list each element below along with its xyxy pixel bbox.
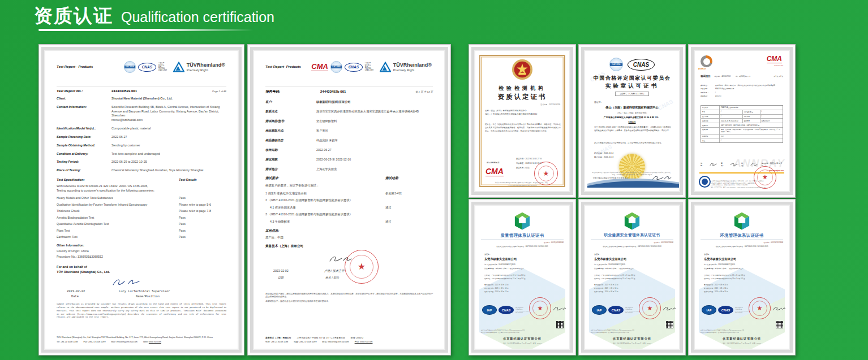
- issuer-name: 北京新纪源认证有限公司: [475, 337, 569, 341]
- company-name: 东莞市硕泰实业有限公司: [484, 257, 517, 261]
- field-row: Testing Period:2022-06-29 to 2022-10-25: [57, 160, 226, 164]
- test-row: Thickness CheckPlease refer to page 7-8: [57, 209, 226, 212]
- test-row: Heavy Metals and Other Toxic SubstancesP…: [57, 196, 226, 199]
- field-row: Client:Shuotai New Material (Shenzhen) C…: [57, 97, 226, 101]
- section-header: 资质认证 Qualification certification: [34, 3, 274, 29]
- mark-label: 许可使用标志: [487, 161, 500, 164]
- test-row: Plant TestPass: [57, 229, 226, 232]
- footer-contacts: Tel: +86 21 6108 1188 Fax: +86 21 6108 1…: [57, 341, 226, 343]
- standard-line: 兹证明上述组织的职业健康安全管理体系符合标准：GB/T45001-2020 / …: [585, 245, 679, 248]
- test-row: 2 《GB/T 41010-2021 生物降解塑料与制品降解性能及标识要求》: [265, 198, 433, 202]
- spec-header: 测试要求:测试结果:: [265, 176, 433, 181]
- cnas-icon: CNAS: [499, 306, 514, 314]
- cnas-icon: CNAS: [608, 306, 624, 314]
- certifier-cube-icon: [513, 211, 531, 231]
- cnas-icon: CNAS: [345, 63, 363, 72]
- test-row: Aerobic Biodegradation TestPass: [57, 216, 226, 219]
- cert-body: 经审查，符合《检验检测机构资质认定管理办法》规定的条件和要求，特发此证。可以向社…: [485, 123, 561, 133]
- test-row: Quantitative Aerobic Disintegration Test…: [57, 222, 226, 225]
- annray-blue-logo-icon: [699, 176, 711, 188]
- disclaimer: 样品信息由客户提供，测试结果根据所做测试的种类和范围出具效力。本测试报告仅对来样…: [265, 293, 433, 303]
- field-row: Sample Obtaining Method:Sending by custo…: [57, 144, 226, 148]
- cnas-accreditation-text: 中国认可 国际互认 检测 TESTING CNAS L3929: [158, 62, 171, 71]
- header-underline: [38, 29, 253, 31]
- field-row: 客户:硕泰新材料(深圳)有限公司: [265, 100, 433, 105]
- cert-title: 环境管理体系认证证书: [695, 233, 789, 238]
- signature: [709, 162, 717, 167]
- national-emblem-icon: [512, 59, 533, 80]
- field-row: Condition at Delivery:Test item complete…: [57, 152, 226, 157]
- issuer-address: 地址：北京市海淀区知春路 27 号 16 层 1612 室 邮编：100191: [475, 342, 569, 344]
- certification-seal: ★: [639, 297, 661, 319]
- org-address: 地址：广东省佛山市南海区大沥镇盐步横江西路92号A栋110: [485, 112, 561, 116]
- footer-contacts: 电话: +86 21 6108 1188 传真: +86 21 6108 109…: [265, 340, 433, 343]
- ilac-mra-icon: ILAC-MRA: [124, 61, 136, 73]
- cert-number: 证书编号：00121Q41368R0M: [544, 241, 564, 244]
- signature: [552, 305, 567, 313]
- tuv-triangle-icon: [173, 62, 184, 72]
- field-row: 样品接收状态:样品完好 未损坏: [265, 138, 433, 143]
- ilac-mra-icon: ILAC-MRA: [330, 61, 342, 73]
- cert-number: 证书编号：00121E23157R0M: [763, 241, 783, 244]
- certificate-iso-environment[interactable]: 环境管理体系认证证书 证书编号：00121E23157R0M 兹证明上述组织的环…: [688, 199, 796, 355]
- iaf-icon: IAF: [702, 305, 716, 315]
- test-row: 4.1 挥发性固体含量通过: [265, 206, 433, 210]
- accreditation-logos: CMA ILAC-MRA CNAS 中国认可 国际互认 检测 TESTING C…: [311, 61, 432, 73]
- scope-line: 认证覆盖范围：包装材料（袋膜）、改性料的销售及生产: [594, 267, 672, 270]
- standard-line: 兹证明上述组织的环境管理体系符合标准：GB/T24001-2016 / ISO1…: [695, 245, 789, 248]
- annray-logo-icon: [701, 55, 712, 67]
- field-row: 收样日期:2022-06-27: [265, 148, 433, 153]
- qr-code: [666, 321, 673, 328]
- certificate-iso-ohs[interactable]: 职业健康安全管理体系认证证书 证书编号：00121S30215R0M 兹证明上述…: [578, 199, 686, 355]
- annray-url[interactable]: www.annraytest.com: [769, 170, 784, 172]
- report-number-row: Test Report No.: 244433452a 001 Page 1 o…: [57, 86, 226, 93]
- qr-code: [556, 321, 564, 328]
- cma-icon: CMA: [485, 167, 504, 176]
- accreditation-logos: ILAC-MRA CNAS 中国认可 国际互认 检测 TESTING CNAS …: [124, 61, 225, 73]
- test-row: 3 《GB/T 41010-2021 生物降解塑料与制品降解性能及标识要求》: [265, 212, 433, 216]
- company-name: 东莞市硕泰实业有限公司: [594, 257, 626, 261]
- signature: [662, 305, 677, 313]
- certification-seal: ★: [749, 297, 771, 319]
- tuv-web-link[interactable]: 网址: www.tuv.com: [355, 340, 373, 343]
- field-row: Contact Information:Scientific Research …: [57, 105, 226, 123]
- iaf-icon: IAF: [482, 305, 497, 315]
- cma-icon: CMA: [767, 55, 782, 63]
- tuv-web-link[interactable]: www.tuv.com: [149, 341, 161, 343]
- certificate-annray-test-report[interactable]: ANNRAY CMA 2021192014315 测试报告 报告编号：A2206…: [688, 44, 796, 198]
- certificate-cma-accreditation[interactable]: 检验检测机构 资质认定证书 证书编号：202219016299 名称：佛山（华南…: [469, 44, 576, 198]
- cert-title: 实验室认可证书: [585, 83, 679, 90]
- iaf-icon: IAF: [592, 305, 607, 315]
- tuv-triangle-icon: [380, 62, 391, 72]
- issuer-name: 北京新纪源认证有限公司: [695, 337, 789, 341]
- certificate-tuv-report-cn[interactable]: Test Report- Products CMA ILAC-MRA CNAS …: [247, 44, 451, 355]
- certifier-cube-icon: [733, 211, 751, 231]
- certificate-cnas-laboratory[interactable]: CNAS CNAS CNAS ILAC-MRA CNAS 中国合格评定国家认可委…: [578, 44, 686, 198]
- test-row: 4.3 生物降解率通过: [265, 220, 433, 224]
- field-row: Sample Receiving Date:2022-06-27: [57, 135, 226, 140]
- issuer-address: 地址：北京市海淀区知春路 27 号 16 层 1612 室 邮编：100191: [695, 342, 789, 344]
- results-table: 样品名称PBAT/PLA 全生物降解薄膜 型号/抽样基数/数量/ 生产日期/抽样…: [701, 105, 783, 143]
- report-number-row: 报告号码: 244433452b 001 第 1 页 共 14 页: [265, 86, 433, 94]
- sign-zone: 莱茵技术（上海）有限公司 ★ 2023-02-02 日期 卢艳 / 技术主管 姓…: [265, 240, 433, 288]
- page-info: 第 1 页 共 14 页: [415, 90, 433, 93]
- certificate-iso-quality[interactable]: 质量管理体系认证证书 证书编号：00121Q41368R0M 兹证明上述组织的质…: [469, 199, 576, 355]
- cnas-accreditation-text: 中国认可 国际互认 检测 TESTING CNAS L3929: [365, 62, 377, 71]
- behalf-block: For and on behalf ofTÜV Rheinland (Shang…: [57, 264, 226, 275]
- page-info: Page 1 of 46: [212, 90, 226, 93]
- signature: [772, 305, 787, 313]
- certifier-cube-icon: [623, 211, 641, 231]
- certificate-tuv-report-en[interactable]: Test Report - Products ILAC-MRA CNAS 中国认…: [38, 44, 244, 355]
- yellow-divider: [699, 172, 784, 174]
- field-row: 测试样品/型号:全生物降解塑料: [265, 119, 433, 124]
- report-number: 244433452a 001: [111, 89, 137, 93]
- scope-line: 认证覆盖范围：包装材料（袋膜）、改性料的销售及生产: [704, 267, 782, 270]
- ilac-mra-icon: ILAC-MRA: [609, 58, 623, 71]
- cma-icon: CMA: [311, 63, 328, 71]
- tuv-report-en-page: Test Report - Products ILAC-MRA CNAS 中国认…: [45, 51, 238, 349]
- field-row: Identification/Model No(s).:Compostable …: [57, 127, 226, 131]
- cert-title: 职业健康安全管理体系认证证书: [585, 233, 679, 238]
- scope-line: 认证覆盖范围：包装材料（袋膜）、改性料的销售及生产: [484, 267, 562, 270]
- section-title-en: Qualification certification: [121, 9, 274, 25]
- cert-number: 证书编号：202219016299: [540, 103, 560, 106]
